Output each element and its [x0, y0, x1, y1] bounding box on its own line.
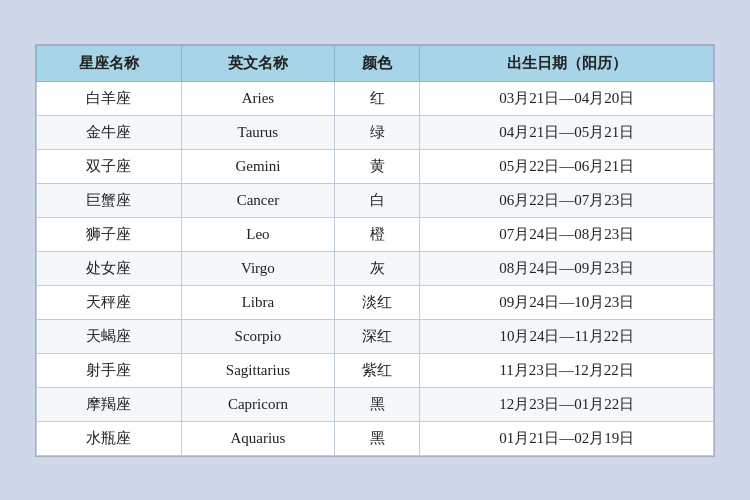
table-cell: 黑 — [334, 421, 419, 455]
table-cell: 01月21日—02月19日 — [420, 421, 714, 455]
table-cell: 灰 — [334, 251, 419, 285]
table-cell: 07月24日—08月23日 — [420, 217, 714, 251]
table-cell: 紫红 — [334, 353, 419, 387]
table-cell: 11月23日—12月22日 — [420, 353, 714, 387]
table-row: 处女座Virgo灰08月24日—09月23日 — [37, 251, 714, 285]
table-cell: 白羊座 — [37, 81, 182, 115]
table-cell: Sagittarius — [181, 353, 334, 387]
table-cell: 08月24日—09月23日 — [420, 251, 714, 285]
table-cell: 05月22日—06月21日 — [420, 149, 714, 183]
table-cell: 12月23日—01月22日 — [420, 387, 714, 421]
col-header-color: 颜色 — [334, 45, 419, 81]
col-header-date: 出生日期（阳历） — [420, 45, 714, 81]
table-cell: Libra — [181, 285, 334, 319]
table-cell: 金牛座 — [37, 115, 182, 149]
table-cell: 深红 — [334, 319, 419, 353]
table-cell: Capricorn — [181, 387, 334, 421]
table-cell: 巨蟹座 — [37, 183, 182, 217]
col-header-chinese: 星座名称 — [37, 45, 182, 81]
table-cell: Leo — [181, 217, 334, 251]
table-row: 天秤座Libra淡红09月24日—10月23日 — [37, 285, 714, 319]
table-cell: 红 — [334, 81, 419, 115]
table-cell: 天蝎座 — [37, 319, 182, 353]
table-cell: 06月22日—07月23日 — [420, 183, 714, 217]
col-header-english: 英文名称 — [181, 45, 334, 81]
table-row: 白羊座Aries红03月21日—04月20日 — [37, 81, 714, 115]
table-cell: Virgo — [181, 251, 334, 285]
table-cell: 03月21日—04月20日 — [420, 81, 714, 115]
table-cell: 白 — [334, 183, 419, 217]
table-cell: 处女座 — [37, 251, 182, 285]
zodiac-table: 星座名称 英文名称 颜色 出生日期（阳历） 白羊座Aries红03月21日—04… — [36, 45, 714, 456]
table-cell: 黑 — [334, 387, 419, 421]
table-cell: 水瓶座 — [37, 421, 182, 455]
table-cell: 狮子座 — [37, 217, 182, 251]
table-row: 狮子座Leo橙07月24日—08月23日 — [37, 217, 714, 251]
table-row: 水瓶座Aquarius黑01月21日—02月19日 — [37, 421, 714, 455]
table-cell: Gemini — [181, 149, 334, 183]
table-cell: 淡红 — [334, 285, 419, 319]
table-row: 射手座Sagittarius紫红11月23日—12月22日 — [37, 353, 714, 387]
table-cell: 天秤座 — [37, 285, 182, 319]
table-row: 天蝎座Scorpio深红10月24日—11月22日 — [37, 319, 714, 353]
table-cell: 黄 — [334, 149, 419, 183]
zodiac-table-wrapper: 星座名称 英文名称 颜色 出生日期（阳历） 白羊座Aries红03月21日—04… — [35, 44, 715, 457]
table-cell: 10月24日—11月22日 — [420, 319, 714, 353]
table-row: 巨蟹座Cancer白06月22日—07月23日 — [37, 183, 714, 217]
table-cell: 双子座 — [37, 149, 182, 183]
table-row: 金牛座Taurus绿04月21日—05月21日 — [37, 115, 714, 149]
table-cell: 摩羯座 — [37, 387, 182, 421]
table-cell: 橙 — [334, 217, 419, 251]
table-row: 摩羯座Capricorn黑12月23日—01月22日 — [37, 387, 714, 421]
table-cell: 绿 — [334, 115, 419, 149]
table-cell: 09月24日—10月23日 — [420, 285, 714, 319]
table-cell: Scorpio — [181, 319, 334, 353]
table-header-row: 星座名称 英文名称 颜色 出生日期（阳历） — [37, 45, 714, 81]
table-cell: 04月21日—05月21日 — [420, 115, 714, 149]
table-cell: Taurus — [181, 115, 334, 149]
table-cell: 射手座 — [37, 353, 182, 387]
table-cell: Cancer — [181, 183, 334, 217]
table-cell: Aries — [181, 81, 334, 115]
table-row: 双子座Gemini黄05月22日—06月21日 — [37, 149, 714, 183]
table-cell: Aquarius — [181, 421, 334, 455]
